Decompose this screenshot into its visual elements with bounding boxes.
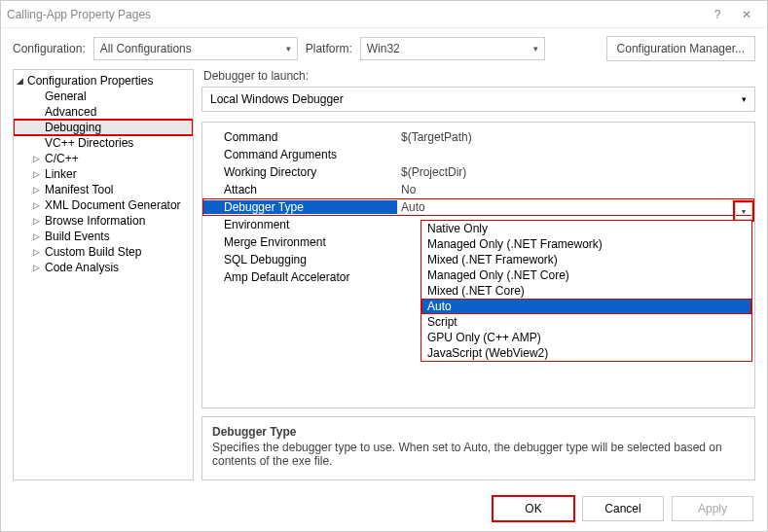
dropdown-option[interactable]: Managed Only (.NET Core) xyxy=(421,267,751,283)
property-value[interactable]: No xyxy=(397,183,754,196)
tree-item-general[interactable]: General xyxy=(14,89,193,104)
platform-value: Win32 xyxy=(367,42,400,55)
config-bar: Configuration: All Configurations ▾ Plat… xyxy=(1,28,767,69)
expand-icon: ▷ xyxy=(33,247,40,257)
property-description: Debugger Type Specifies the debugger typ… xyxy=(201,416,755,480)
debugger-launch-combo[interactable]: Local Windows Debugger ▾ xyxy=(201,87,755,112)
chevron-down-icon: ▾ xyxy=(533,44,538,53)
tree-item-xml-document-generator[interactable]: ▷XML Document Generator xyxy=(14,197,193,213)
platform-combo[interactable]: Win32 ▾ xyxy=(360,37,545,60)
tree-item-label: C/C++ xyxy=(45,152,79,165)
help-icon[interactable]: ? xyxy=(703,4,732,25)
property-row[interactable]: Command Arguments xyxy=(202,146,754,163)
tree-item-linker[interactable]: ▷Linker xyxy=(14,166,193,182)
chevron-down-icon: ▾ xyxy=(742,94,747,104)
debugger-launch-value: Local Windows Debugger xyxy=(210,92,344,106)
dropdown-option[interactable]: Script xyxy=(421,314,751,330)
tree-root[interactable]: ◢ Configuration Properties xyxy=(14,73,193,89)
property-name: Working Directory xyxy=(202,165,397,179)
property-row[interactable]: AttachNo xyxy=(202,181,754,198)
property-name: Environment xyxy=(202,218,397,231)
debugger-type-dropdown[interactable]: Native OnlyManaged Only (.NET Framework)… xyxy=(421,220,752,362)
cancel-button[interactable]: Cancel xyxy=(582,496,664,521)
tree-item-label: VC++ Directories xyxy=(45,136,133,150)
property-grid[interactable]: Command$(TargetPath)Command ArgumentsWor… xyxy=(201,122,755,408)
dropdown-option[interactable]: Mixed (.NET Framework) xyxy=(421,252,751,267)
tree-item-vc-directories[interactable]: VC++ Directories xyxy=(14,135,193,151)
tree-item-debugging[interactable]: Debugging xyxy=(14,120,193,135)
property-name: Merge Environment xyxy=(202,235,397,249)
tree-item-code-analysis[interactable]: ▷Code Analysis xyxy=(14,260,193,275)
chevron-down-icon: ▾ xyxy=(286,44,291,53)
tree-item-label: Browse Information xyxy=(45,214,145,228)
description-title: Debugger Type xyxy=(212,425,745,439)
property-row[interactable]: Debugger TypeAuto xyxy=(202,198,754,216)
tree-item-label: Advanced xyxy=(45,105,96,119)
configuration-combo[interactable]: All Configurations ▾ xyxy=(93,37,298,60)
property-name: Command Arguments xyxy=(202,148,397,161)
tree-item-label: Linker xyxy=(45,167,77,181)
configuration-label: Configuration: xyxy=(13,42,86,55)
tree-item-label: Debugging xyxy=(45,121,101,134)
expand-icon: ▷ xyxy=(33,231,40,241)
dropdown-option[interactable]: JavaScript (WebView2) xyxy=(421,345,751,361)
dialog-footer: OK Cancel Apply xyxy=(1,486,767,531)
dropdown-option[interactable]: Native Only xyxy=(421,221,751,236)
property-name: Attach xyxy=(202,183,397,196)
property-value[interactable]: $(TargetPath) xyxy=(397,130,754,144)
description-body: Specifies the debugger type to use. When… xyxy=(212,441,745,468)
ok-button[interactable]: OK xyxy=(493,496,574,521)
debugger-launch-label: Debugger to launch: xyxy=(201,69,755,87)
apply-button[interactable]: Apply xyxy=(672,496,753,521)
property-row[interactable]: Command$(TargetPath) xyxy=(202,128,754,146)
tree-item-label: Code Analysis xyxy=(45,261,119,274)
apply-label: Apply xyxy=(698,502,727,515)
tree-item-browse-information[interactable]: ▷Browse Information xyxy=(14,213,193,229)
property-pages-window: Calling-App Property Pages ? ✕ Configura… xyxy=(0,0,768,532)
expand-icon: ▷ xyxy=(33,216,40,226)
tree-item-build-events[interactable]: ▷Build Events xyxy=(14,229,193,244)
tree-item-label: Custom Build Step xyxy=(45,245,141,259)
tree-item-c-c-[interactable]: ▷C/C++ xyxy=(14,151,193,166)
window-title: Calling-App Property Pages xyxy=(7,8,151,21)
close-icon[interactable]: ✕ xyxy=(732,4,761,25)
property-value[interactable]: $(ProjectDir) xyxy=(397,165,754,179)
property-name: Amp Default Accelerator xyxy=(202,270,397,284)
tree-item-custom-build-step[interactable]: ▷Custom Build Step xyxy=(14,244,193,260)
debugger-type-dropdown-button[interactable]: ▾ xyxy=(735,202,752,220)
expand-icon: ▷ xyxy=(33,200,40,210)
tree-item-label: Manifest Tool xyxy=(45,183,113,196)
ok-label: OK xyxy=(525,502,541,515)
dropdown-option[interactable]: GPU Only (C++ AMP) xyxy=(421,330,751,345)
property-name: Command xyxy=(202,130,397,144)
property-value[interactable]: Auto xyxy=(397,200,754,214)
category-tree[interactable]: ◢ Configuration Properties GeneralAdvanc… xyxy=(13,69,194,480)
tree-item-advanced[interactable]: Advanced xyxy=(14,104,193,120)
platform-label: Platform: xyxy=(306,42,352,55)
expand-icon: ▷ xyxy=(33,154,40,163)
tree-item-label: Build Events xyxy=(45,230,110,243)
expand-icon: ▷ xyxy=(33,263,40,272)
configuration-manager-button[interactable]: Configuration Manager... xyxy=(606,36,755,61)
tree-item-manifest-tool[interactable]: ▷Manifest Tool xyxy=(14,182,193,197)
configuration-manager-label: Configuration Manager... xyxy=(617,42,745,55)
property-name: SQL Debugging xyxy=(202,253,397,266)
tree-root-label: Configuration Properties xyxy=(27,74,153,88)
dropdown-option[interactable]: Mixed (.NET Core) xyxy=(421,283,751,299)
tree-item-label: General xyxy=(45,89,87,103)
dropdown-option[interactable]: Auto xyxy=(421,299,751,314)
expand-icon: ▷ xyxy=(33,169,40,179)
cancel-label: Cancel xyxy=(604,502,640,515)
property-name: Debugger Type xyxy=(202,200,397,214)
tree-item-label: XML Document Generator xyxy=(45,198,181,212)
collapse-icon: ◢ xyxy=(17,76,23,86)
dropdown-option[interactable]: Managed Only (.NET Framework) xyxy=(421,236,751,252)
property-row[interactable]: Working Directory$(ProjectDir) xyxy=(202,163,754,181)
titlebar: Calling-App Property Pages ? ✕ xyxy=(1,1,767,28)
configuration-value: All Configurations xyxy=(100,42,192,55)
expand-icon: ▷ xyxy=(33,185,40,195)
